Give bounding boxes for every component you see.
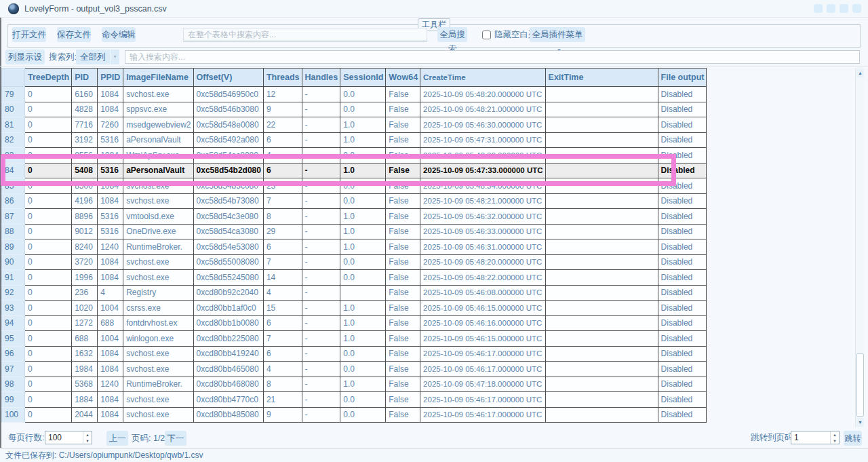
table-cell[interactable]: Disabled xyxy=(658,178,707,194)
table-cell[interactable]: 0xcd80bb465080 xyxy=(193,362,263,377)
table-cell[interactable]: Disabled xyxy=(658,285,707,301)
table-cell[interactable]: 14 xyxy=(263,270,302,286)
table-cell[interactable]: 1240 xyxy=(98,239,123,255)
table-cell[interactable]: 0.0 xyxy=(340,362,386,377)
table-cell[interactable] xyxy=(545,148,658,163)
table-cell[interactable]: 2025-10-09 05:48:34.000000 UTC xyxy=(420,178,545,194)
table-cell[interactable]: aPersonalVault xyxy=(123,132,193,148)
table-cell[interactable]: WmiApSrv.exe xyxy=(123,148,193,163)
table-cell[interactable]: RuntimeBroker. xyxy=(123,239,193,255)
table-cell[interactable] xyxy=(545,163,658,178)
row-number[interactable]: 85 xyxy=(2,178,25,194)
table-cell[interactable]: 4 xyxy=(263,148,302,163)
table-cell[interactable]: 2025-10-09 05:48:20.000000 UTC xyxy=(420,87,545,102)
table-cell[interactable]: 1020 xyxy=(72,301,98,316)
column-header-offset-v-[interactable]: Offset(V) xyxy=(193,69,263,87)
table-cell[interactable]: 0.0 xyxy=(340,148,386,163)
table-row[interactable]: 100020441084svchost.exe0xcd80bb4850809-0… xyxy=(2,407,707,423)
table-cell[interactable]: False xyxy=(386,346,420,362)
table-row[interactable]: 90037201084svchost.exe0xc58d550080807-0.… xyxy=(2,254,707,270)
scroll-up-icon[interactable]: ▲ xyxy=(856,69,864,77)
table-cell[interactable]: svchost.exe xyxy=(123,346,193,362)
table-row[interactable]: 9506881004winlogon.exe0xcd80bb2250807-1.… xyxy=(2,331,707,347)
table-cell[interactable]: - xyxy=(302,148,340,163)
table-row[interactable]: 89082401240RuntimeBroker.0xc58d54e530806… xyxy=(2,239,707,255)
table-row[interactable]: 82031925316aPersonalVault0xc58d5492a0806… xyxy=(2,132,707,148)
table-cell[interactable] xyxy=(545,209,658,225)
table-cell[interactable]: 5368 xyxy=(72,377,98,392)
table-cell[interactable]: 7 xyxy=(263,193,302,209)
table-cell[interactable]: 4 xyxy=(263,362,302,377)
table-cell[interactable]: False xyxy=(386,87,420,102)
table-cell[interactable]: 7 xyxy=(263,331,302,347)
table-cell[interactable]: 0.0 xyxy=(340,270,386,286)
table-row[interactable]: 88090125316OneDrive.exe0xc58d54ca308029-… xyxy=(2,224,707,239)
window-button-4[interactable] xyxy=(852,4,861,13)
table-cell[interactable]: 23 xyxy=(263,178,302,194)
table-row[interactable]: 86041961084svchost.exe0xc58d54b730807-0.… xyxy=(2,193,707,209)
column-header-handles[interactable]: Handles xyxy=(302,69,340,87)
row-number[interactable]: 90 xyxy=(2,254,25,270)
table-cell[interactable]: 2025-10-09 05:46:30.000000 UTC xyxy=(420,117,545,133)
table-cell[interactable]: Disabled xyxy=(658,392,707,408)
table-cell[interactable]: 9012 xyxy=(72,224,98,239)
table-cell[interactable]: False xyxy=(386,209,420,225)
table-cell[interactable]: Disabled xyxy=(658,193,707,209)
table-cell[interactable]: 0xcd80bb419240 xyxy=(193,346,263,362)
table-cell[interactable]: 0xc58d54c3e080 xyxy=(193,209,263,225)
table-cell[interactable]: - xyxy=(302,209,340,225)
table-cell[interactable]: 0.0 xyxy=(340,193,386,209)
rows-per-page-input[interactable] xyxy=(45,431,83,444)
table-cell[interactable]: 6 xyxy=(263,239,302,255)
table-cell[interactable]: 0 xyxy=(25,87,72,102)
row-number[interactable]: 94 xyxy=(2,315,25,331)
table-cell[interactable]: 21 xyxy=(263,392,302,408)
table-cell[interactable]: 3720 xyxy=(72,254,98,270)
table-cell[interactable] xyxy=(545,346,658,362)
scrollbar-thumb[interactable] xyxy=(856,353,864,417)
table-cell[interactable]: False xyxy=(386,163,420,178)
column-header-threads[interactable]: Threads xyxy=(263,69,302,87)
table-cell[interactable]: winlogon.exe xyxy=(123,331,193,347)
row-number[interactable]: 88 xyxy=(2,224,25,239)
table-cell[interactable]: False xyxy=(386,392,420,408)
column-header-createtime[interactable]: CreateTime xyxy=(420,69,545,87)
table-cell[interactable] xyxy=(545,102,658,117)
table-cell[interactable]: 0 xyxy=(25,270,72,286)
table-cell[interactable]: 9 xyxy=(263,407,302,423)
table-cell[interactable] xyxy=(545,193,658,209)
table-cell[interactable]: 1084 xyxy=(98,392,123,408)
table-cell[interactable]: 29 xyxy=(263,224,302,239)
table-cell[interactable]: 2025-10-09 05:46:15.000000 UTC xyxy=(420,331,545,347)
table-cell[interactable] xyxy=(545,362,658,377)
table-cell[interactable]: 2025-10-09 05:46:15.000000 UTC xyxy=(420,301,545,316)
table-cell[interactable]: 4196 xyxy=(72,193,98,209)
table-cell[interactable]: 0xc58d54e53080 xyxy=(193,239,263,255)
table-cell[interactable]: False xyxy=(386,285,420,301)
table-cell[interactable]: - xyxy=(302,377,340,392)
rows-per-page-stepper[interactable]: ▲ ▼ xyxy=(45,431,92,444)
table-cell[interactable] xyxy=(545,377,658,392)
column-header-wow64[interactable]: Wow64 xyxy=(386,69,420,87)
table-cell[interactable]: svchost.exe xyxy=(123,193,193,209)
table-cell[interactable]: 1084 xyxy=(98,178,123,194)
table-cell[interactable]: - xyxy=(302,163,340,178)
table-cell[interactable]: 2025-10-09 05:46:17.000000 UTC xyxy=(420,346,545,362)
save-file-button[interactable]: 保存文件 xyxy=(57,27,91,42)
table-cell[interactable]: - xyxy=(302,117,340,133)
table-cell[interactable]: svchost.exe xyxy=(123,270,193,286)
table-cell[interactable]: RuntimeBroker. xyxy=(123,377,193,392)
table-cell[interactable]: 0 xyxy=(25,148,72,163)
table-cell[interactable]: False xyxy=(386,193,420,209)
jump-button[interactable]: 跳转 xyxy=(844,431,862,446)
table-row[interactable]: 99018841084svchost.exe0xcd80bb4770c021-0… xyxy=(2,392,707,408)
row-number[interactable]: 100 xyxy=(2,407,25,423)
table-cell[interactable]: Disabled xyxy=(658,362,707,377)
table-cell[interactable]: 1084 xyxy=(98,254,123,270)
table-cell[interactable]: 236 xyxy=(72,285,98,301)
table-cell[interactable]: 2025-10-09 05:48:32.000000 UTC xyxy=(420,148,545,163)
table-cell[interactable]: 1084 xyxy=(98,362,123,377)
table-cell[interactable]: 0xcd80bb485080 xyxy=(193,407,263,423)
table-cell[interactable]: 1004 xyxy=(98,301,123,316)
table-cell[interactable]: 4828 xyxy=(72,102,98,117)
